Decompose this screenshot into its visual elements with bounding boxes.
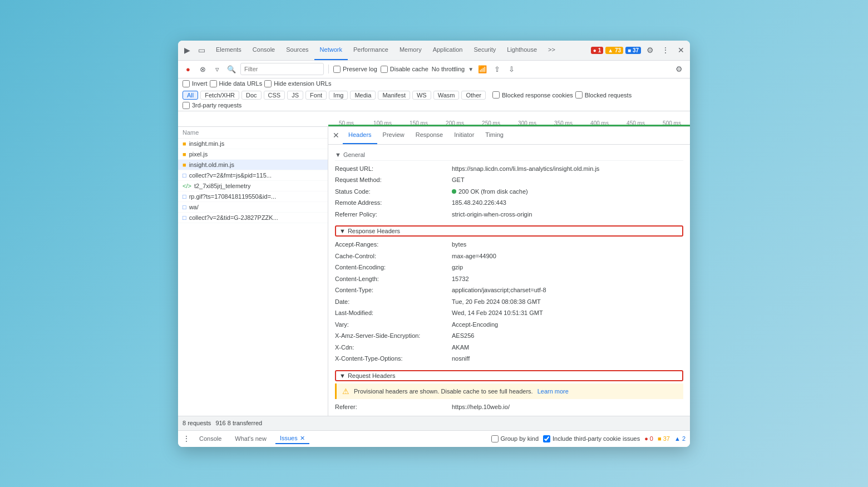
filter-icon[interactable]: ▿ — [211, 63, 223, 75]
filter-js[interactable]: JS — [287, 91, 303, 100]
tab-performance[interactable]: Performance — [348, 41, 394, 60]
preserve-log-checkbox[interactable] — [333, 66, 341, 73]
include-third-party-checkbox[interactable] — [543, 435, 550, 442]
include-third-party-label[interactable]: Include third-party cookie issues — [543, 435, 640, 442]
tab-sources[interactable]: Sources — [280, 41, 314, 60]
chevron-down-icon: ▼ — [335, 151, 341, 158]
filter-manifest[interactable]: Manifest — [378, 91, 410, 100]
filter-other[interactable]: Other — [461, 91, 486, 100]
details-panel: ✕ Headers Preview Response Initiator Tim… — [328, 127, 690, 416]
invert-label[interactable]: Invert — [183, 80, 208, 87]
issues-more-icon[interactable]: ⋮ — [183, 434, 190, 443]
filter-img[interactable]: Img — [329, 91, 348, 100]
blocked-requests-checkbox[interactable] — [575, 91, 583, 99]
preserve-log-label[interactable]: Preserve log — [333, 66, 377, 73]
tab-elements[interactable]: Elements — [210, 41, 247, 60]
issues-tab-whats-new[interactable]: What's new — [230, 434, 271, 443]
detail-row-x-content-type: X-Content-Type-Options: nosniff — [335, 353, 683, 365]
tab-lighthouse[interactable]: Lighthouse — [501, 41, 542, 60]
settings-icon[interactable]: ⚙ — [643, 43, 657, 57]
cursor-icon[interactable]: ▶ — [180, 43, 194, 57]
group-by-kind-checkbox[interactable] — [491, 435, 499, 442]
tab-network[interactable]: Network — [314, 41, 348, 60]
tab-bar: ▶ ▭ Elements Console Sources Network Per… — [178, 41, 690, 61]
list-item[interactable]: □ rp.gif?ts=1708418119550&id=... — [178, 191, 328, 202]
list-item[interactable]: ■ pixel.js — [178, 149, 328, 160]
issues-tab-console[interactable]: Console — [195, 434, 226, 443]
search-icon[interactable]: 🔍 — [226, 63, 237, 75]
detail-value: Tue, 20 Feb 2024 08:08:38 GMT — [452, 297, 683, 307]
list-item[interactable]: □ collect?v=2&fmt=js&pid=115... — [178, 170, 328, 181]
detail-row-content-type: Content-Type: application/javascript;cha… — [335, 284, 683, 296]
filter-wasm[interactable]: Wasm — [433, 91, 460, 100]
request-headers-section-title[interactable]: ▼ Request Headers — [335, 370, 683, 381]
doc-icon: □ — [183, 193, 186, 200]
blocked-response-cookies-checkbox[interactable] — [492, 91, 500, 99]
network-conditions-icon[interactable]: 📶 — [477, 63, 488, 75]
response-headers-section-title[interactable]: ▼ Response Headers — [335, 225, 683, 237]
export-icon[interactable]: ⇩ — [506, 63, 517, 75]
list-item[interactable]: </> t2_7xi85jrj_telemetry — [178, 181, 328, 191]
hide-data-urls-label[interactable]: Hide data URLs — [210, 80, 263, 87]
detail-value: https://snap.licdn.com/li.lms-analytics/… — [452, 164, 683, 174]
third-party-requests-label[interactable]: 3rd-party requests — [183, 102, 241, 109]
filter-all[interactable]: All — [183, 91, 198, 100]
filter-media[interactable]: Media — [350, 91, 376, 100]
device-icon[interactable]: ▭ — [195, 43, 208, 57]
provisional-headers-warning: ⚠ Provisional headers are shown. Disable… — [335, 383, 683, 399]
record-btn[interactable]: ● — [183, 63, 194, 75]
learn-more-link[interactable]: Learn more — [537, 388, 569, 395]
filter-css[interactable]: CSS — [264, 91, 285, 100]
hide-extension-urls-checkbox[interactable] — [264, 80, 272, 87]
close-icon[interactable]: ✕ — [674, 43, 688, 57]
tab-memory[interactable]: Memory — [394, 41, 427, 60]
sub-tab-response[interactable]: Response — [410, 127, 449, 144]
clear-btn[interactable]: ⊗ — [197, 63, 208, 75]
tab-more[interactable]: >> — [542, 41, 561, 60]
devtools-settings-icon[interactable]: ⚙ — [672, 62, 685, 76]
import-icon[interactable]: ⇧ — [491, 63, 502, 75]
blocked-requests-label[interactable]: Blocked requests — [575, 91, 632, 99]
file-list-header: Name — [178, 127, 328, 139]
detail-row-content-encoding: Content-Encoding: gzip — [335, 262, 683, 273]
blocked-response-cookies-label[interactable]: Blocked response cookies — [492, 91, 573, 99]
filter-input[interactable] — [240, 63, 324, 75]
disable-cache-label[interactable]: Disable cache — [381, 66, 428, 73]
sub-tab-preview[interactable]: Preview — [377, 127, 410, 144]
general-section-title[interactable]: ▼ General — [335, 149, 683, 161]
sub-tab-timing[interactable]: Timing — [480, 127, 509, 144]
hide-data-urls-checkbox[interactable] — [210, 80, 217, 87]
sub-tab-headers[interactable]: Headers — [343, 127, 377, 144]
tab-security[interactable]: Security — [468, 41, 501, 60]
file-name: collect?v=2&fmt=js&pid=115... — [189, 172, 272, 179]
list-item-selected[interactable]: ■ insight.old.min.js — [178, 160, 328, 170]
warning-icon: ⚠ — [342, 387, 349, 396]
filter-fetch-xhr[interactable]: Fetch/XHR — [200, 91, 239, 100]
throttling-select[interactable]: No throttling — [432, 66, 465, 72]
filter-doc[interactable]: Doc — [241, 91, 262, 100]
tab-console[interactable]: Console — [247, 41, 280, 60]
detail-key: Referer: — [335, 402, 452, 412]
filter-font[interactable]: Font — [305, 91, 327, 100]
detail-value: Accept-Encoding — [452, 320, 683, 329]
invert-checkbox[interactable] — [183, 80, 190, 87]
sub-tab-initiator[interactable]: Initiator — [448, 127, 480, 144]
status-dot — [452, 189, 456, 194]
sub-tabs-close[interactable]: ✕ — [333, 131, 339, 140]
hide-extension-urls-label[interactable]: Hide extension URLs — [264, 80, 331, 87]
file-name: t2_7xi85jrj_telemetry — [194, 183, 251, 189]
detail-key: Status Code: — [335, 187, 452, 196]
group-by-kind-label[interactable]: Group by kind — [491, 435, 539, 442]
list-item[interactable]: □ collect?v=2&tid=G-2J827PZZK... — [178, 213, 328, 223]
list-item[interactable]: ■ insight.min.js — [178, 139, 328, 149]
list-item[interactable]: □ wa/ — [178, 202, 328, 213]
issues-tab-close-icon[interactable]: ✕ — [300, 435, 305, 442]
filter-ws[interactable]: WS — [412, 91, 431, 100]
third-party-requests-checkbox[interactable] — [183, 102, 190, 109]
throttling-arrow[interactable]: ▼ — [468, 66, 474, 72]
detail-value: 185.48.240.226:443 — [452, 198, 683, 208]
tab-application[interactable]: Application — [427, 41, 468, 60]
issues-tab-issues[interactable]: Issues ✕ — [275, 434, 309, 444]
more-options-icon[interactable]: ⋮ — [659, 43, 672, 57]
disable-cache-checkbox[interactable] — [381, 66, 388, 73]
